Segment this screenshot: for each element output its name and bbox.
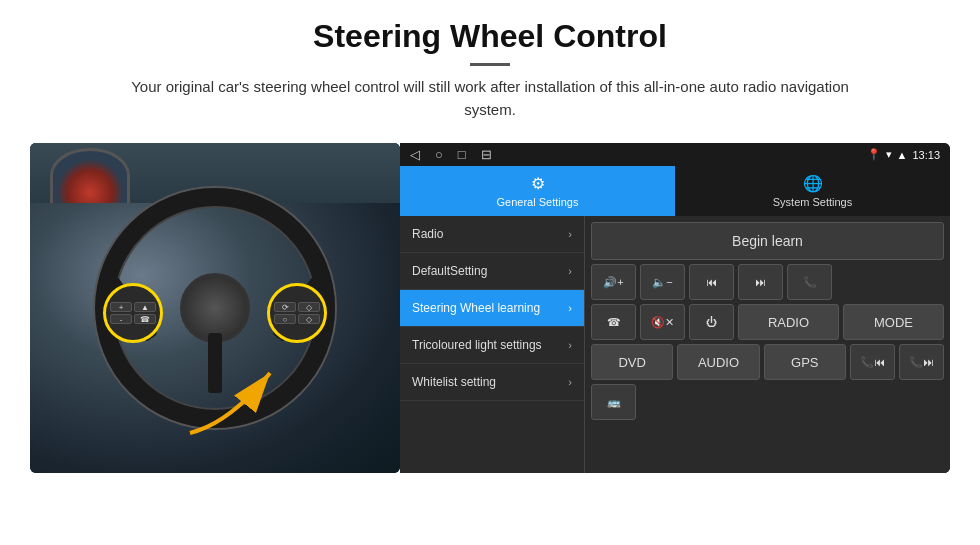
chevron-icon-radio: › [568, 228, 572, 240]
nav-back-icon[interactable]: ◁ [410, 147, 420, 162]
dvd-button[interactable]: DVD [591, 344, 673, 380]
head-unit: ◁ ○ □ ⊟ 📍 ▾ ▲ 13:13 ⚙ General Settings 🌐… [400, 143, 950, 473]
control-row-1: 🔊+ 🔈− ⏮ ⏭ 📞 [591, 264, 944, 300]
menu-item-whitelist[interactable]: Whitelist setting › [400, 364, 584, 401]
begin-learn-row: Begin learn [591, 222, 944, 260]
globe-icon: 🌐 [803, 174, 823, 193]
phone-prev-icon: 📞⏮ [860, 356, 885, 369]
cluster-btn-r4: ◇ [298, 314, 320, 324]
button-cluster-left: + ▲ - ☎ [103, 283, 163, 343]
cluster-btn-up: ▲ [134, 302, 156, 312]
next-track-button[interactable]: ⏭ [738, 264, 783, 300]
chevron-icon-tricoloured: › [568, 339, 572, 351]
radio-button[interactable]: RADIO [738, 304, 839, 340]
dvd-label: DVD [618, 355, 645, 370]
control-row-3: DVD AUDIO GPS 📞⏮ 📞⏭ [591, 344, 944, 380]
tab-general-label: General Settings [497, 196, 579, 208]
power-icon: ⏻ [706, 316, 717, 328]
menu-item-steering-wheel[interactable]: Steering Wheel learning › [400, 290, 584, 327]
wifi-icon: ▾ [886, 148, 892, 161]
control-panel: Begin learn 🔊+ 🔈− ⏮ ⏭ [585, 216, 950, 473]
phone-next-icon: 📞⏭ [909, 356, 934, 369]
begin-learn-button[interactable]: Begin learn [591, 222, 944, 260]
bus-icon: 🚌 [607, 396, 621, 409]
next-track-icon: ⏭ [755, 276, 766, 288]
gps-button[interactable]: GPS [764, 344, 846, 380]
menu-radio-label: Radio [412, 227, 443, 241]
cluster-btn-minus: - [110, 314, 132, 324]
tab-general-settings[interactable]: ⚙ General Settings [400, 166, 675, 216]
menu-steering-label: Steering Wheel learning [412, 301, 540, 315]
status-time: 13:13 [912, 149, 940, 161]
menu-item-radio[interactable]: Radio › [400, 216, 584, 253]
audio-label: AUDIO [698, 355, 739, 370]
hang-up-icon: ☎ [607, 316, 621, 329]
gps-label: GPS [791, 355, 818, 370]
phone-next-button[interactable]: 📞⏭ [899, 344, 944, 380]
menu-whitelist-label: Whitelist setting [412, 375, 496, 389]
status-bar-info: 📍 ▾ ▲ 13:13 [867, 148, 940, 161]
vol-up-icon: 🔊+ [603, 276, 623, 289]
tab-system-label: System Settings [773, 196, 852, 208]
vol-up-button[interactable]: 🔊+ [591, 264, 636, 300]
main-content: + ▲ - ☎ ⟳ ◇ ○ ◇ [0, 143, 980, 473]
bus-button[interactable]: 🚌 [591, 384, 636, 420]
signal-icon: ▲ [897, 149, 908, 161]
radio-label: RADIO [768, 315, 809, 330]
hang-up-button[interactable]: ☎ [591, 304, 636, 340]
steering-wheel-image: + ▲ - ☎ ⟳ ◇ ○ ◇ [30, 143, 400, 473]
menu-default-label: DefaultSetting [412, 264, 487, 278]
page-header: Steering Wheel Control Your original car… [0, 0, 980, 131]
cluster-btn-plus: + [110, 302, 132, 312]
page-title: Steering Wheel Control [40, 18, 940, 55]
steering-wheel-bg: + ▲ - ☎ ⟳ ◇ ○ ◇ [30, 143, 400, 473]
mode-button[interactable]: MODE [843, 304, 944, 340]
control-row-4: 🚌 [591, 384, 944, 420]
status-bar-nav: ◁ ○ □ ⊟ [410, 147, 492, 162]
control-row-2: ☎ 🔇✕ ⏻ RADIO MODE [591, 304, 944, 340]
spoke-bottom [208, 333, 222, 393]
tab-bar: ⚙ General Settings 🌐 System Settings [400, 166, 950, 216]
location-icon: 📍 [867, 148, 881, 161]
phone-prev-button[interactable]: 📞⏮ [850, 344, 895, 380]
prev-track-button[interactable]: ⏮ [689, 264, 734, 300]
page-subtitle: Your original car's steering wheel contr… [130, 76, 850, 121]
cluster-btn-phone: ☎ [134, 314, 156, 324]
settings-menu: Radio › DefaultSetting › Steering Wheel … [400, 216, 585, 473]
cluster-btn-r2: ◇ [298, 302, 320, 312]
nav-home-icon[interactable]: ○ [435, 147, 443, 162]
mode-label: MODE [874, 315, 913, 330]
phone-answer-button[interactable]: 📞 [787, 264, 832, 300]
gear-icon: ⚙ [531, 174, 545, 193]
menu-tricoloured-label: Tricoloured light settings [412, 338, 542, 352]
status-bar: ◁ ○ □ ⊟ 📍 ▾ ▲ 13:13 [400, 143, 950, 166]
nav-recent-icon[interactable]: □ [458, 147, 466, 162]
mute-button[interactable]: 🔇✕ [640, 304, 685, 340]
chevron-icon-default: › [568, 265, 572, 277]
chevron-icon-steering: › [568, 302, 572, 314]
vol-down-button[interactable]: 🔈− [640, 264, 685, 300]
settings-content: Radio › DefaultSetting › Steering Wheel … [400, 216, 950, 473]
menu-item-defaultsetting[interactable]: DefaultSetting › [400, 253, 584, 290]
mute-icon: 🔇✕ [651, 316, 674, 329]
cluster-btn-r1: ⟳ [274, 302, 296, 312]
wheel-container: + ▲ - ☎ ⟳ ◇ ○ ◇ [85, 178, 345, 438]
tab-system-settings[interactable]: 🌐 System Settings [675, 166, 950, 216]
phone-icon: 📞 [803, 276, 817, 289]
cluster-btn-r3: ○ [274, 314, 296, 324]
audio-button[interactable]: AUDIO [677, 344, 759, 380]
power-button[interactable]: ⏻ [689, 304, 734, 340]
button-cluster-right: ⟳ ◇ ○ ◇ [267, 283, 327, 343]
vol-down-icon: 🔈− [652, 276, 672, 289]
nav-menu-icon[interactable]: ⊟ [481, 147, 492, 162]
prev-track-icon: ⏮ [706, 276, 717, 288]
menu-item-tricoloured[interactable]: Tricoloured light settings › [400, 327, 584, 364]
chevron-icon-whitelist: › [568, 376, 572, 388]
title-divider [470, 63, 510, 66]
